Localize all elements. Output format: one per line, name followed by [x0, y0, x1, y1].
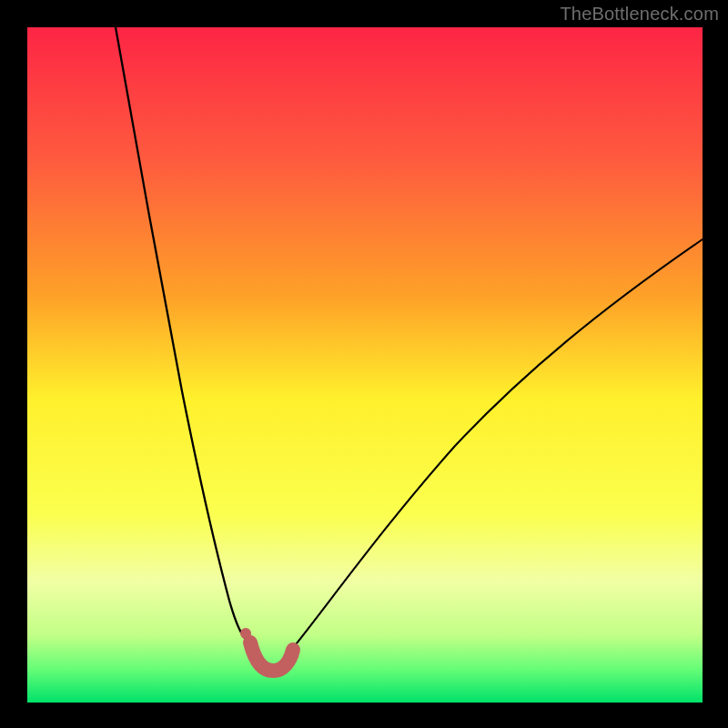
plot-background: [27, 27, 703, 703]
chart-svg: [0, 0, 728, 728]
watermark-text: TheBottleneck.com: [560, 4, 719, 25]
chart-frame: TheBottleneck.com: [0, 0, 728, 728]
